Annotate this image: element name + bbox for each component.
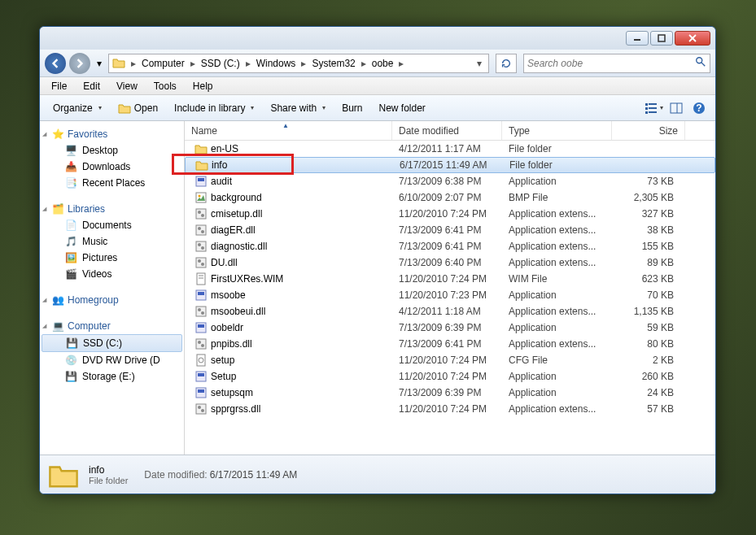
help-button[interactable]: ?	[689, 98, 709, 118]
include-library-button[interactable]: Include in library	[168, 100, 260, 116]
sidebar-item[interactable]: 💾SSD (C:)	[42, 334, 182, 352]
file-row[interactable]: pnpibs.dll7/13/2009 6:41 PMApplication e…	[185, 336, 715, 352]
svg-line-5	[701, 63, 705, 66]
file-row[interactable]: cmisetup.dll11/20/2010 7:24 PMApplicatio…	[185, 206, 715, 222]
sidebar-item[interactable]: 🎵Music	[40, 233, 184, 250]
refresh-button[interactable]	[496, 54, 517, 73]
menu-view[interactable]: View	[108, 79, 146, 94]
menu-tools[interactable]: Tools	[146, 79, 185, 94]
file-list: ▲ Name Date modified Type Size en-US4/12…	[185, 121, 715, 455]
file-row[interactable]: audit7/13/2009 6:38 PMApplication73 KB	[185, 173, 715, 189]
computer-header[interactable]: 💻Computer	[40, 318, 184, 334]
sidebar-item[interactable]: 🖼️Pictures	[40, 250, 184, 266]
navigation-pane[interactable]: ⭐Favorites 🖥️Desktop📥Downloads📑Recent Pl…	[40, 121, 185, 455]
file-row[interactable]: background6/10/2009 2:07 PMBMP File2,305…	[185, 189, 715, 206]
sidebar-item-label: Pictures	[82, 252, 117, 263]
sidebar-item[interactable]: 📑Recent Places	[40, 175, 184, 191]
file-row[interactable]: oobeldr7/13/2009 6:39 PMApplication59 KB	[185, 320, 715, 336]
drive-icon: 💾	[65, 337, 78, 350]
bmp-icon	[194, 191, 208, 204]
column-type[interactable]: Type	[502, 121, 612, 140]
file-row[interactable]: msoobe11/20/2010 7:23 PMApplication70 KB	[185, 287, 715, 303]
folder-icon	[48, 459, 79, 490]
favorites-header[interactable]: ⭐Favorites	[40, 126, 184, 142]
file-row[interactable]: info6/17/2015 11:49 AMFile folder	[185, 157, 715, 173]
breadcrumb-item[interactable]: System32	[308, 56, 358, 71]
star-icon: ⭐	[51, 128, 64, 141]
breadcrumb-item[interactable]: oobe	[369, 56, 397, 71]
minimize-button[interactable]	[626, 31, 649, 46]
column-date[interactable]: Date modified	[392, 121, 502, 140]
sidebar-item[interactable]: 💿DVD RW Drive (D	[40, 352, 184, 368]
search-box[interactable]	[523, 54, 710, 73]
file-row[interactable]: DU.dll7/13/2009 6:40 PMApplication exten…	[185, 254, 715, 271]
sidebar-item[interactable]: 🖥️Desktop	[40, 142, 184, 159]
file-size: 155 KB	[612, 241, 680, 252]
file-row[interactable]: diagER.dll7/13/2009 6:41 PMApplication e…	[185, 222, 715, 238]
preview-pane-button[interactable]	[666, 98, 686, 118]
breadcrumb-item[interactable]: SSD (C:)	[198, 56, 243, 71]
file-size: 89 KB	[612, 257, 680, 268]
file-date: 4/12/2011 1:18 AM	[392, 306, 502, 317]
file-row[interactable]: setupsqm7/13/2009 6:39 PMApplication24 K…	[185, 385, 715, 401]
libraries-header[interactable]: 🗂️Libraries	[40, 201, 184, 217]
file-type: Application	[502, 322, 612, 333]
svg-point-38	[198, 308, 201, 311]
file-row[interactable]: en-US4/12/2011 1:17 AMFile folder	[185, 141, 715, 157]
app-icon	[194, 370, 208, 383]
app-icon	[194, 386, 208, 399]
column-size[interactable]: Size	[612, 121, 685, 140]
breadcrumb-dropdown[interactable]: ▾	[472, 56, 487, 71]
address-bar[interactable]: ▸ Computer▸ SSD (C:)▸ Windows▸ System32▸…	[108, 54, 489, 73]
close-button[interactable]	[675, 31, 710, 46]
maximize-button[interactable]	[650, 31, 673, 46]
sidebar-item[interactable]: 🎬Videos	[40, 266, 184, 282]
file-row[interactable]: Setup11/20/2010 7:24 PMApplication260 KB	[185, 368, 715, 385]
file-row[interactable]: diagnostic.dll7/13/2009 6:41 PMApplicati…	[185, 238, 715, 254]
file-row[interactable]: FirstUXRes.WIM11/20/2010 7:24 PMWIM File…	[185, 271, 715, 287]
svg-point-24	[198, 227, 201, 230]
file-name: msoobeui.dll	[211, 306, 265, 317]
dll-icon	[194, 337, 208, 350]
menu-edit[interactable]: Edit	[75, 79, 108, 94]
titlebar[interactable]	[40, 27, 715, 50]
view-mode-button[interactable]	[644, 98, 663, 118]
nav-bar: ▾ ▸ Computer▸ SSD (C:)▸ Windows▸ System3…	[40, 50, 715, 77]
menu-file[interactable]: File	[43, 79, 75, 94]
folder-icon	[194, 142, 208, 155]
open-button[interactable]: Open	[111, 99, 164, 117]
file-name: msoobe	[211, 289, 246, 301]
documents-icon: 📄	[64, 219, 77, 232]
sidebar-item[interactable]: 📥Downloads	[40, 159, 184, 175]
downloads-icon: 📥	[64, 160, 77, 173]
organize-button[interactable]: Organize	[46, 100, 108, 116]
file-row[interactable]: setup11/20/2010 7:24 PMCFG File2 KB	[185, 352, 715, 368]
breadcrumb-item[interactable]: Windows	[253, 56, 299, 71]
homegroup-header[interactable]: 👥Homegroup	[40, 292, 184, 308]
forward-button[interactable]	[69, 53, 90, 74]
new-folder-button[interactable]: New folder	[373, 100, 432, 116]
breadcrumb-root-sep[interactable]: ▸	[129, 56, 138, 71]
sidebar-item[interactable]: 📄Documents	[40, 217, 184, 233]
file-size: 327 KB	[612, 208, 680, 220]
file-type: Application	[502, 387, 612, 398]
breadcrumb-item[interactable]: Computer	[138, 56, 188, 71]
file-date: 7/13/2009 6:39 PM	[392, 322, 502, 333]
search-input[interactable]	[527, 58, 695, 69]
nav-history-dropdown[interactable]: ▾	[94, 53, 105, 74]
burn-button[interactable]: Burn	[335, 100, 369, 116]
file-row[interactable]: spprgrss.dll11/20/2010 7:24 PMApplicatio…	[185, 401, 715, 417]
file-name: FirstUXRes.WIM	[211, 273, 283, 285]
file-size: 59 KB	[612, 322, 680, 333]
back-button[interactable]	[45, 53, 66, 74]
sort-indicator-icon: ▲	[282, 122, 289, 129]
svg-rect-51	[196, 404, 206, 414]
file-rows[interactable]: en-US4/12/2011 1:17 AMFile folderinfo6/1…	[185, 141, 715, 455]
svg-point-43	[198, 341, 201, 344]
sidebar-item[interactable]: 💾Storage (E:)	[40, 368, 184, 385]
desktop-icon: 🖥️	[64, 144, 77, 157]
svg-point-30	[198, 259, 201, 263]
share-with-button[interactable]: Share with	[264, 100, 332, 116]
menu-help[interactable]: Help	[185, 79, 221, 94]
file-row[interactable]: msoobeui.dll4/12/2011 1:18 AMApplication…	[185, 303, 715, 320]
